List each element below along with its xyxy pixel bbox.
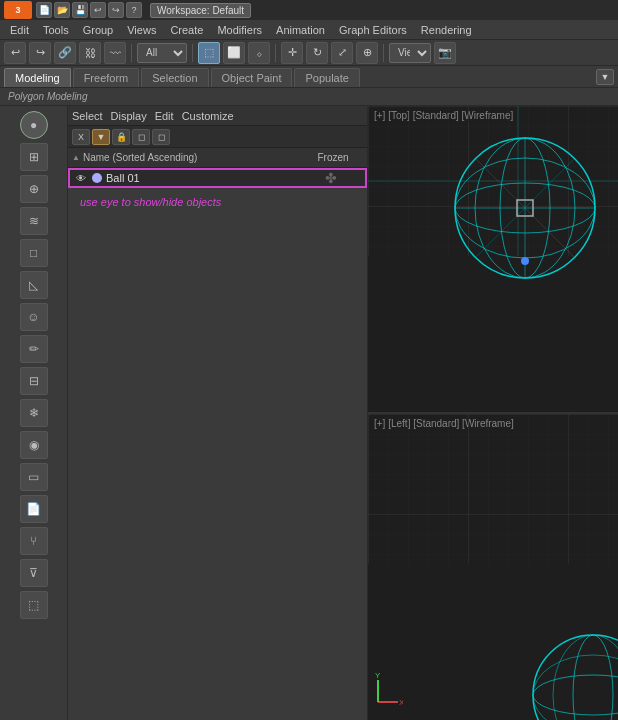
- viewport-bottom[interactable]: [+] [Left] [Standard] [Wireframe] X: [368, 414, 618, 720]
- undo-button[interactable]: ↩: [90, 2, 106, 18]
- stack-icon[interactable]: ⊟: [20, 367, 48, 395]
- workspace-dropdown[interactable]: Workspace: Default: [150, 3, 251, 18]
- redo-button[interactable]: ↪: [108, 2, 124, 18]
- name-col-label: Name (Sorted Ascending): [83, 152, 198, 163]
- menu-modifiers[interactable]: Modifiers: [211, 22, 268, 38]
- filter-panel-button[interactable]: ▼: [92, 129, 110, 145]
- title-bar: 3 📄 📂 💾 ↩ ↪ ? Workspace: Default: [0, 0, 618, 20]
- sub-tabs-row: Polygon Modeling: [0, 88, 618, 106]
- wave-icon[interactable]: ≋: [20, 207, 48, 235]
- circle-select-icon[interactable]: ●: [20, 111, 48, 139]
- lasso-button[interactable]: ⬦: [248, 42, 270, 64]
- doc-sidebar-icon[interactable]: 📄: [20, 495, 48, 523]
- strip-icon[interactable]: ▭: [20, 463, 48, 491]
- toolbar-sep-4: [383, 44, 384, 62]
- menu-group[interactable]: Group: [77, 22, 120, 38]
- visibility-eye-icon[interactable]: 👁: [74, 171, 88, 185]
- triangle-icon[interactable]: ◺: [20, 271, 48, 299]
- box-sidebar-icon[interactable]: ⬚: [20, 591, 48, 619]
- viewport-top[interactable]: [+] [Top] [Standard] [Wireframe]: [368, 106, 618, 414]
- close-panel-button[interactable]: X: [72, 129, 90, 145]
- columns-button2[interactable]: ◻: [152, 129, 170, 145]
- select-tool-button[interactable]: ⬚: [198, 42, 220, 64]
- object-name-label: Ball 01: [106, 172, 301, 184]
- title-bar-buttons: 📄 📂 💾 ↩ ↪ ?: [36, 2, 142, 18]
- scene-menu-customize[interactable]: Customize: [182, 110, 234, 122]
- toolbar-sep-1: [131, 44, 132, 62]
- eye-sidebar-icon[interactable]: ◉: [20, 431, 48, 459]
- scene-menu-edit[interactable]: Edit: [155, 110, 174, 122]
- scene-menu-select[interactable]: Select: [72, 110, 103, 122]
- link-button[interactable]: 🔗: [54, 42, 76, 64]
- sphere-wireframe-bottom: [498, 600, 618, 720]
- cursor-icon[interactable]: ⊕: [20, 175, 48, 203]
- toolbar-sep-2: [192, 44, 193, 62]
- redo-tool-button[interactable]: ↪: [29, 42, 51, 64]
- unlink-button[interactable]: ⛓: [79, 42, 101, 64]
- tab-modeling[interactable]: Modeling: [4, 68, 71, 87]
- menu-edit[interactable]: Edit: [4, 22, 35, 38]
- svg-text:X: X: [399, 698, 403, 707]
- help-button[interactable]: ?: [126, 2, 142, 18]
- camera-button[interactable]: 📷: [434, 42, 456, 64]
- bind-button[interactable]: 〰: [104, 42, 126, 64]
- svg-rect-16: [368, 414, 618, 564]
- rotate-button[interactable]: ↻: [306, 42, 328, 64]
- funnel-icon[interactable]: ⊽: [20, 559, 48, 587]
- scene-menu-display[interactable]: Display: [111, 110, 147, 122]
- menu-rendering[interactable]: Rendering: [415, 22, 478, 38]
- filter-dropdown[interactable]: All: [137, 43, 187, 63]
- viewport-bottom-grid: [368, 414, 618, 564]
- move-button[interactable]: ✛: [281, 42, 303, 64]
- menu-animation[interactable]: Animation: [270, 22, 331, 38]
- tab-options-button[interactable]: ▼: [596, 69, 614, 85]
- polygon-modeling-label: Polygon Modeling: [8, 91, 88, 102]
- sort-arrow-icon: ▲: [72, 153, 80, 162]
- left-sidebar: ● ⊞ ⊕ ≋ □ ◺ ☺ ✏ ⊟ ❄ ◉ ▭ 📄 ⑂ ⊽ ⬚: [0, 106, 68, 720]
- tab-selection[interactable]: Selection: [141, 68, 208, 87]
- transform-button[interactable]: ⊕: [356, 42, 378, 64]
- object-dot-icon: [92, 173, 102, 183]
- app-logo: 3: [4, 1, 32, 19]
- svg-text:Y: Y: [375, 672, 381, 680]
- view-dropdown[interactable]: View: [389, 43, 431, 63]
- menu-views[interactable]: Views: [121, 22, 162, 38]
- scene-item-ball01[interactable]: 👁 Ball 01 ✤: [68, 168, 367, 188]
- open-button[interactable]: 📂: [54, 2, 70, 18]
- pen-tool-icon[interactable]: ✏: [20, 335, 48, 363]
- scene-panel-header: ▲ Name (Sorted Ascending) Frozen: [68, 148, 367, 168]
- frozen-col-label: Frozen: [303, 152, 363, 163]
- scale-button[interactable]: ⤢: [331, 42, 353, 64]
- frozen-check-col: ✤: [301, 170, 361, 186]
- save-button[interactable]: 💾: [72, 2, 88, 18]
- new-button[interactable]: 📄: [36, 2, 52, 18]
- lock-panel-button[interactable]: 🔒: [112, 129, 130, 145]
- svg-point-14: [521, 257, 529, 265]
- undo-tool-button[interactable]: ↩: [4, 42, 26, 64]
- rect-select-icon[interactable]: □: [20, 239, 48, 267]
- layers-icon[interactable]: ⊞: [20, 143, 48, 171]
- tab-object-paint[interactable]: Object Paint: [211, 68, 293, 87]
- hint-text: use eye to show/hide objects: [68, 188, 367, 216]
- toolbar-sep-3: [275, 44, 276, 62]
- toolbar-row: ↩ ↪ 🔗 ⛓ 〰 All ⬚ ⬜ ⬦ ✛ ↻ ⤢ ⊕ View 📷: [0, 40, 618, 66]
- svg-point-23: [573, 635, 613, 720]
- sphere-wireframe-top: [438, 121, 613, 296]
- head-icon[interactable]: ☺: [20, 303, 48, 331]
- tab-populate[interactable]: Populate: [294, 68, 359, 87]
- tabs-row: Modeling Freeform Selection Object Paint…: [0, 66, 618, 88]
- viewport-area: [+] [Top] [Standard] [Wireframe]: [368, 106, 618, 720]
- scene-menu-bar: Select Display Edit Customize: [68, 106, 367, 126]
- region-select-button[interactable]: ⬜: [223, 42, 245, 64]
- menu-create[interactable]: Create: [164, 22, 209, 38]
- tab-freeform[interactable]: Freeform: [73, 68, 140, 87]
- menu-bar: Edit Tools Group Views Create Modifiers …: [0, 20, 618, 40]
- menu-graph-editors[interactable]: Graph Editors: [333, 22, 413, 38]
- fork-icon[interactable]: ⑂: [20, 527, 48, 555]
- snowflake-icon[interactable]: ❄: [20, 399, 48, 427]
- menu-tools[interactable]: Tools: [37, 22, 75, 38]
- columns-button1[interactable]: ◻: [132, 129, 150, 145]
- svg-point-22: [533, 675, 618, 715]
- scene-panel-toolbar: X ▼ 🔒 ◻ ◻: [68, 126, 367, 148]
- col-name-header: ▲ Name (Sorted Ascending): [72, 152, 303, 163]
